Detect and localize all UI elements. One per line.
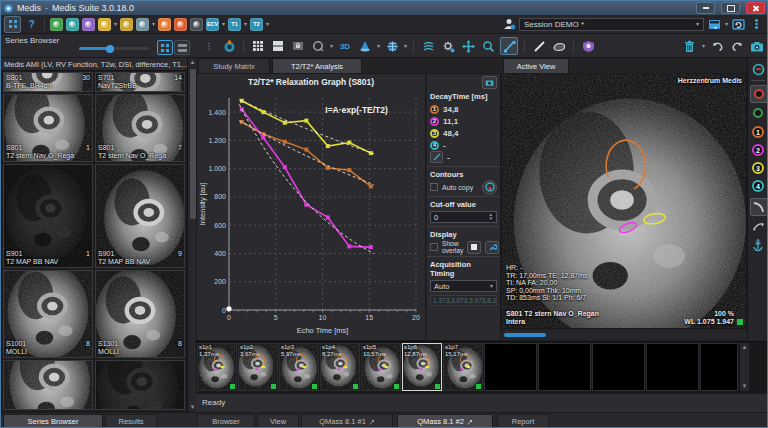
app-icon-dsi[interactable] [174,18,187,31]
analysis-home-button[interactable] [221,38,237,54]
series-thumbnail[interactable]: S13018MOLLI [95,270,185,358]
orientation-button[interactable] [384,38,400,54]
view-3d-button[interactable]: 3D [337,38,353,54]
app-dropdown-caret[interactable]: ▾ [114,21,117,27]
cine-slider[interactable] [501,331,747,339]
app-dropdown-caret[interactable]: ▾ [152,21,155,27]
zoom-button[interactable] [480,38,496,54]
series-thumbnail[interactable]: S80130B-TFE_BH4ch [3,72,93,92]
series-thumbnail[interactable]: S10018MOLLI [3,270,93,358]
overflow-menu-button[interactable] [749,17,764,32]
session-select[interactable]: Session DEMO * ▾ [519,18,704,31]
split-view-button[interactable] [270,38,286,54]
spinner-icons[interactable]: ▲▼ [489,213,493,221]
scroll-down-icon[interactable]: ▼ [740,382,749,391]
roi-green-button[interactable] [750,105,766,121]
phase-thumbnail[interactable]: s1p48,27ms [320,343,360,391]
session-refresh-button[interactable] [731,17,746,32]
series-thumbnail[interactable] [3,360,93,410]
series-thumbnail[interactable]: S8011T2 stern Nav O_Rega [3,94,93,162]
flip-arrow-button[interactable] [750,218,766,234]
layout-toggle-button[interactable] [4,16,21,33]
app-icon-qangio[interactable] [120,18,133,31]
app-icon-t1[interactable]: T1 [228,18,241,31]
locked-pane-button[interactable] [290,38,306,54]
tab-results[interactable]: Results [105,414,157,428]
roi-red-button[interactable] [750,85,768,103]
series-thumbnail[interactable] [95,360,185,410]
layout-caret[interactable]: ▾ [725,21,728,27]
roi3-button[interactable]: 3 [750,160,766,176]
undo-button[interactable] [709,38,725,54]
tab-qmass-1[interactable]: QMass 8.1 #1 [301,414,393,428]
scrollbar-thumb[interactable] [190,69,196,219]
app-icon-qstrain[interactable] [98,18,111,31]
anchor-tool-button[interactable] [750,237,766,253]
slider-knob[interactable] [106,45,114,53]
detect-contours-button[interactable] [482,180,497,195]
overlay-style-button[interactable] [467,241,481,254]
globe-caret[interactable]: ▾ [404,43,407,49]
close-button[interactable] [746,2,765,14]
phase-thumbnail[interactable]: s1p510,57ms [361,343,401,391]
snapshot-button[interactable] [749,38,765,54]
phase-thumbnail-selected[interactable]: s1p612,87ms [402,343,442,391]
qreport-button[interactable] [310,38,326,54]
app-dropdown-caret[interactable]: ▾ [266,21,269,27]
app-icon-qflow[interactable] [66,18,79,31]
roi4-button[interactable]: 4 [750,178,766,194]
help-button[interactable]: ? [24,17,39,32]
minimize-button[interactable] [696,2,715,14]
auto-copy-checkbox[interactable] [430,183,438,191]
roi1-button[interactable]: 1 [750,124,766,140]
cone-caret[interactable]: ▾ [377,43,380,49]
delete-button[interactable] [682,38,698,54]
app-icon-ecv[interactable]: ECV [206,18,219,31]
show-overlay-checkbox[interactable] [430,243,438,251]
filmstrip-scrollbar[interactable]: ▲ ▼ [739,343,749,391]
list-view-button[interactable] [174,40,190,55]
tab-view[interactable]: View [257,414,299,428]
active-view-image[interactable]: Herzzentrum Medis HR: - TR: 17,00ms TE: … [501,73,747,329]
app-icon-t2w[interactable] [158,18,171,31]
series-thumbnail[interactable]: S9019T2 MAP BB NAV [95,164,185,268]
measure-line-button[interactable] [531,38,547,54]
volume-button[interactable] [357,38,373,54]
phase-thumbnail[interactable]: s1p23,67ms [238,343,278,391]
app-dropdown-caret[interactable]: ▾ [244,21,247,27]
grid-view-button[interactable] [157,40,173,55]
thumbnail-size-slider[interactable] [79,47,149,50]
cutoff-input[interactable]: 0 ▲▼ [430,211,497,223]
open-contour-button[interactable] [750,198,768,216]
q-caret[interactable]: ▾ [330,43,333,49]
tab-qmass-2[interactable]: QMass 8.1 #2 [397,414,493,428]
series-thumbnail[interactable]: S8017T2 stern Nav O_Rega [95,94,185,162]
roi2-button[interactable]: 2 [750,142,766,158]
series-thumbnail[interactable]: S9011T2 MAP BB NAV [3,164,93,268]
app-icon-function[interactable] [136,18,149,31]
tab-t2-analysis[interactable]: T2/T2* Analysis [272,58,362,73]
layout-save-button[interactable] [707,17,722,32]
title-bar[interactable]: Medis - Medis Suite 3.0.18.0 [1,1,767,15]
app-dropdown-caret[interactable]: ▾ [222,21,225,27]
phase-thumbnail[interactable]: s1p11,37ms [197,343,237,391]
app-icon-qmass[interactable] [50,18,63,31]
tab-browser[interactable]: Browser [197,414,255,428]
app-icon-t2[interactable]: T2 [250,18,263,31]
phase-thumbnail[interactable]: s1p35,97ms [279,343,319,391]
series-thumbnail[interactable]: S70114NavT2StrBB [95,72,185,92]
phase-thumbnail[interactable]: s1p715,17ms [443,343,483,391]
scroll-up-icon[interactable]: ▲ [740,343,749,352]
maximize-button[interactable] [721,2,740,14]
settings-button[interactable] [440,38,456,54]
plugin-button[interactable] [580,38,596,54]
stack-button[interactable] [420,38,436,54]
tab-report[interactable]: Report [497,414,549,428]
redo-button[interactable] [729,38,745,54]
pan-button[interactable] [460,38,476,54]
study-header[interactable]: Medis AMI (LV, RV Function, T2w, DSI, di… [1,58,187,71]
overlay-settings-button[interactable] [485,241,499,254]
tab-series-browser[interactable]: Series Browser [3,414,103,428]
study-matrix-button[interactable] [250,38,266,54]
auto-contour-button[interactable] [750,61,766,77]
